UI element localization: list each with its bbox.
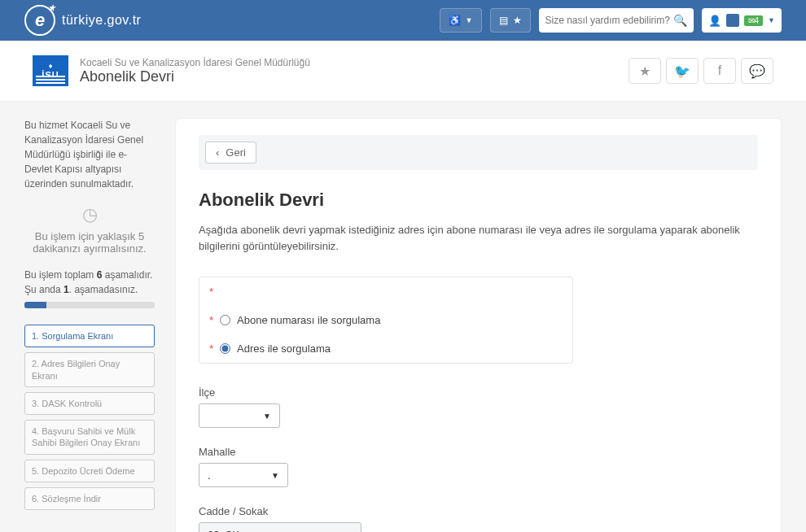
field-cadde: Cadde / Sokak 23. SK. ▼ <box>199 505 758 532</box>
estimated-time: ◷ Bu işlem için yaklaşık 5 dakikanızı ay… <box>24 204 155 255</box>
group-header: * <box>199 277 572 306</box>
organization-logo: ♦ İSU <box>33 55 68 86</box>
field-label: İlçe <box>199 386 758 399</box>
search-input[interactable] <box>545 15 673 26</box>
chevron-down-icon: ▼ <box>271 471 279 480</box>
required-asterisk: * <box>209 314 213 326</box>
twitter-icon: 🐦 <box>674 63 690 79</box>
wheelchair-icon: ♿ <box>449 15 461 26</box>
step-3: 3. DASK Kontrolü <box>24 392 155 415</box>
radio-label: Adres ile sorgulama <box>237 342 331 355</box>
facebook-icon: f <box>718 63 721 78</box>
chevron-down-icon: ▼ <box>263 412 271 421</box>
step-1[interactable]: 1. Sorgulama Ekranı <box>24 325 155 347</box>
step-list: 1. Sorgulama Ekranı 2. Adres Bilgileri O… <box>24 325 155 510</box>
star-icon: ★ <box>639 63 650 79</box>
cooperation-notice: Bu hizmet Kocaeli Su ve Kanalizasyon İda… <box>24 118 155 191</box>
comment-button[interactable]: 💬 <box>741 58 773 84</box>
radio-abone-numarasi[interactable] <box>220 315 230 325</box>
twitter-share-button[interactable]: 🐦 <box>666 58 699 84</box>
sidebar: Bu hizmet Kocaeli Su ve Kanalizasyon İda… <box>24 118 155 510</box>
star-icon: ★ <box>513 15 522 26</box>
back-label: Geri <box>226 146 246 159</box>
search-icon[interactable]: 🔍 <box>673 14 687 27</box>
progress-text: Bu işlem toplam 6 aşamalıdır. Şu anda 1.… <box>24 268 155 297</box>
site-logo[interactable]: e türkiye.gov.tr <box>24 5 141 36</box>
field-ilce: İlçe ▼ <box>199 386 758 428</box>
radio-label: Abone numarası ile sorgulama <box>237 314 380 326</box>
facebook-share-button[interactable]: f <box>703 58 736 84</box>
search-box[interactable]: 🔍 <box>539 8 694 33</box>
comment-icon: 💬 <box>749 63 765 79</box>
select-ilce[interactable]: ▼ <box>199 403 280 428</box>
page-title-bar: ♦ İSU Kocaeli Su ve Kanalizasyon İdaresi… <box>0 41 806 102</box>
favorites-button[interactable]: ▤ ★ <box>490 8 531 33</box>
select-mahalle[interactable]: . ▼ <box>199 463 288 487</box>
select-cadde[interactable]: 23. SK. ▼ <box>199 522 361 532</box>
user-icon: 👤 <box>708 15 721 27</box>
back-bar: ‹ Geri <box>199 135 758 170</box>
step-2: 2. Adres Bilgileri Onay Ekranı <box>24 352 155 387</box>
field-mahalle: Mahalle . ▼ <box>199 446 758 487</box>
top-header: e türkiye.gov.tr ♿ ▼ ▤ ★ 🔍 👤 ✉4 ▼ <box>0 0 806 41</box>
user-menu-button[interactable]: 👤 ✉4 ▼ <box>702 8 782 33</box>
accessibility-button[interactable]: ♿ ▼ <box>440 8 482 33</box>
logo-icon: e <box>24 5 55 36</box>
select-value: . <box>208 469 211 482</box>
card-icon: ▤ <box>499 15 508 26</box>
avatar <box>726 14 739 27</box>
field-label: Cadde / Sokak <box>199 505 758 517</box>
chevron-down-icon: ▼ <box>466 16 473 24</box>
required-asterisk: * <box>209 342 213 355</box>
page-heading: Abonelik Devri <box>199 190 758 211</box>
step-5: 5. Depozito Ücreti Ödeme <box>24 460 155 482</box>
page-intro: Aşağıda abonelik devri yapmak istediğini… <box>199 222 758 254</box>
radio-adres[interactable] <box>220 343 230 354</box>
select-value: 23. SK. <box>208 529 243 533</box>
clock-icon: ◷ <box>24 204 155 225</box>
chevron-left-icon: ‹ <box>216 146 219 159</box>
notification-badge: ✉4 <box>744 15 764 26</box>
social-share-row: ★ 🐦 f 💬 <box>629 58 773 84</box>
main-layout: Bu hizmet Kocaeli Su ve Kanalizasyon İda… <box>0 102 806 532</box>
radio-row-adres[interactable]: * Adres ile sorgulama <box>199 334 572 363</box>
step-4: 4. Başvuru Sahibi ve Mülk Sahibi Bilgile… <box>24 420 155 455</box>
title-text: Kocaeli Su ve Kanalizasyon İdaresi Genel… <box>80 57 310 85</box>
step-6: 6. Sözleşme İndir <box>24 487 155 510</box>
field-label: Mahalle <box>199 446 758 458</box>
content-panel: ‹ Geri Abonelik Devri Aşağıda abonelik d… <box>175 118 782 532</box>
organization-name: Kocaeli Su ve Kanalizasyon İdaresi Genel… <box>80 57 310 68</box>
required-asterisk: * <box>209 286 213 298</box>
service-name: Abonelik Devri <box>80 68 310 85</box>
query-type-group: * * Abone numarası ile sorgulama * Adres… <box>199 277 573 364</box>
back-button[interactable]: ‹ Geri <box>205 142 256 164</box>
progress-fill <box>24 302 46 308</box>
chevron-down-icon: ▼ <box>768 16 775 24</box>
logo-text: türkiye.gov.tr <box>62 13 141 28</box>
progress-bar <box>24 302 155 308</box>
favorite-button[interactable]: ★ <box>629 58 661 84</box>
radio-row-abone[interactable]: * Abone numarası ile sorgulama <box>199 306 572 334</box>
